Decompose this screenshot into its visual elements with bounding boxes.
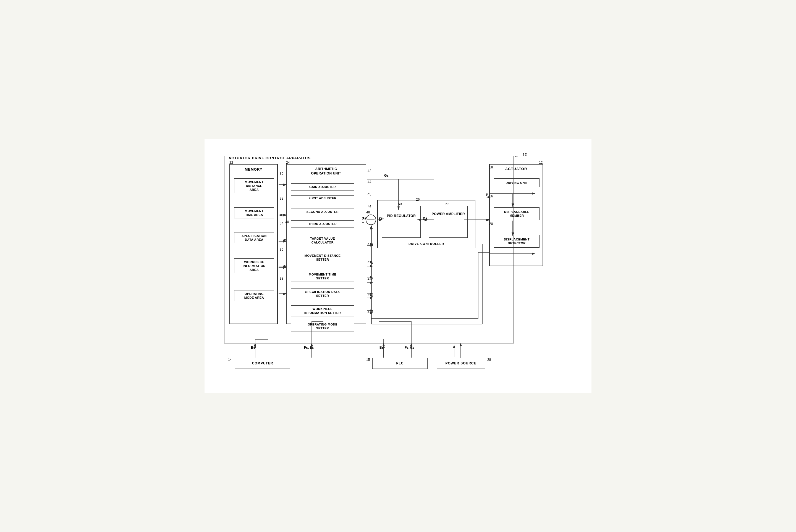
displacement-detector: DISPLACEMENTDETECTOR — [494, 235, 540, 248]
amp-label: POWER AMPLIFIER — [429, 206, 467, 216]
computer-box: COMPUTER — [235, 358, 290, 369]
actuator-box: ACTUATOR DRIVING UNIT DISPLACEABLEMEMBER… — [489, 164, 543, 266]
workpiece-info-setter: WORKPIECEINFORMATION SETTER — [291, 305, 354, 317]
first-adjuster: FIRST ADJUSTER — [291, 195, 354, 201]
bs-label-1: Bs — [251, 346, 255, 349]
first-adjuster-inner: FIRST ADJUSTER — [292, 196, 354, 200]
ref-47b: 47b — [367, 261, 373, 265]
ref-46: 46 — [367, 205, 371, 209]
ds-label: Ds — [423, 216, 427, 220]
drive-controller-label: DRIVE CONTROLLER — [378, 242, 475, 245]
summing-junction — [366, 214, 376, 225]
amp-box: POWER AMPLIFIER — [429, 206, 468, 238]
pid-label: PID REGULATOR — [382, 206, 420, 218]
ref-52: 52 — [446, 202, 449, 206]
ref-40: 40 — [285, 220, 289, 224]
fs-es-label-1: Fs, Es — [304, 346, 314, 349]
third-adjuster: THIRD ADJUSTER — [291, 220, 354, 227]
ref-47d: 47d — [367, 294, 373, 298]
operating-mode-setter: OPERATING MODESETTER — [291, 321, 354, 332]
gain-adjuster: GAIN ADJUSTER — [291, 183, 354, 190]
power-source-box: POWER SOURCE — [437, 358, 485, 369]
ref-47e: 47e — [367, 310, 373, 314]
ref-44: 44 — [367, 180, 371, 184]
ref-42: 42 — [367, 169, 371, 173]
ref-18: 18 — [489, 165, 493, 169]
ref-50: 50 — [398, 202, 402, 206]
bs-label-2: Bs — [379, 346, 384, 349]
ref-15: 15 — [366, 358, 370, 362]
p-label: P — [486, 193, 488, 197]
ref-48: 48 — [366, 210, 370, 214]
diagram-container: 10 ← ACTUATOR DRIVE CONTROL APPARATUS 22… — [213, 148, 583, 385]
gs-label: Gs — [384, 174, 388, 177]
ref-36: 36 — [280, 248, 283, 251]
ref-34: 34 — [280, 222, 283, 225]
memory-box: MEMORY MOVEMENTDISTANCEAREA MOVEMENTTIME… — [230, 164, 278, 324]
ref-38: 38 — [280, 277, 283, 281]
memory-item-specification-data: SPECIFICATIONDATA AREA — [234, 232, 274, 244]
plus-label: + — [362, 216, 364, 220]
arithmetic-label: ARITHMETICOPERATION UNIT — [287, 167, 366, 176]
pid-box: PID REGULATOR — [382, 206, 421, 238]
memory-item-workpiece-info: WORKPIECEINFORMATIONAREA — [234, 259, 274, 273]
ref-47a: 47a — [367, 242, 373, 246]
ref-45: 45 — [367, 192, 371, 196]
second-adjuster: SECOND ADJUSTER — [291, 208, 354, 215]
page: 10 ← ACTUATOR DRIVE CONTROL APPARATUS 22… — [204, 139, 592, 393]
specification-data-setter: SPECIFICATION DATASETTER — [291, 288, 354, 300]
drive-controller-box: PID REGULATOR POWER AMPLIFIER DRIVE CONT… — [377, 200, 475, 248]
memory-label: MEMORY — [230, 167, 277, 171]
ref-47c: 47c — [367, 277, 373, 281]
ref-32: 32 — [280, 196, 283, 201]
ref-14: 14 — [228, 358, 232, 362]
movement-time-setter: MOVEMENT TIMESETTER — [291, 271, 354, 282]
fs-es-label-2: Fs, Es — [405, 346, 414, 349]
outer-box-label: ACTUATOR DRIVE CONTROL APPARATUS — [227, 156, 312, 160]
ref-20: 20 — [489, 222, 493, 226]
movement-distance-setter: MOVEMENT DISTANCESETTER — [291, 252, 354, 263]
ref-30: 30 — [280, 172, 283, 176]
memory-item-movement-distance: MOVEMENTDISTANCEAREA — [234, 178, 274, 193]
ref-16: 16 — [489, 194, 493, 198]
actuator-label: ACTUATOR — [490, 167, 543, 171]
ref-28: 28 — [487, 358, 491, 362]
target-value-calculator: TARGET VALUECALCULATOR — [291, 235, 354, 246]
plc-box: PLC — [372, 358, 428, 369]
memory-item-movement-time: MOVEMENTTIME AREA — [234, 207, 274, 218]
driving-unit: DRIVING UNIT — [494, 178, 540, 187]
displaceable-member: DISPLACEABLEMEMBER — [494, 207, 540, 220]
ref-10: 10 — [522, 152, 527, 157]
memory-item-operating-mode: OPERATINGMODE AREA — [234, 290, 274, 302]
minus-label: − — [362, 221, 364, 225]
arithmetic-box: ARITHMETICOPERATION UNIT GAIN ADJUSTER F… — [286, 164, 366, 324]
junction-cross — [366, 215, 376, 225]
ref-10-arrow: ← — [514, 154, 519, 159]
